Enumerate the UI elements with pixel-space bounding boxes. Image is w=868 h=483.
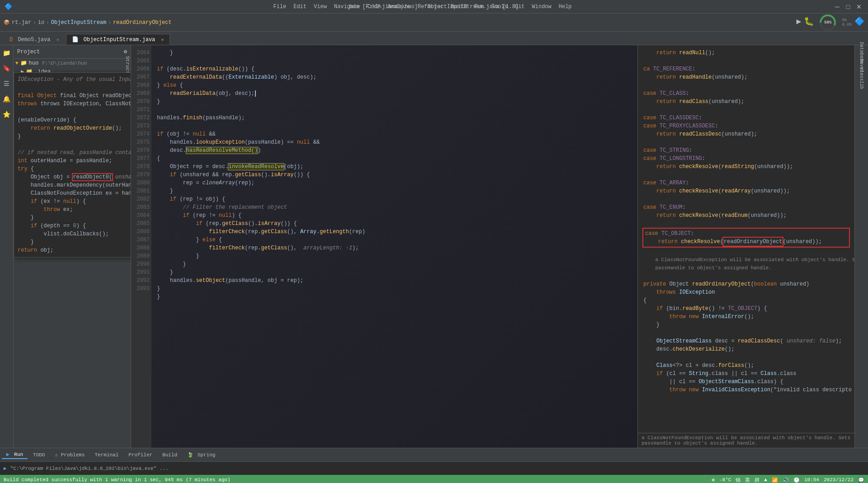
expand-icon[interactable]: ▲ <box>764 477 767 483</box>
r-line-blank8 <box>643 248 849 256</box>
editor-content[interactable]: 2064 2065 2066 2067 2068 2069 2070 2071 … <box>131 45 637 448</box>
menu-help[interactable]: Help <box>556 3 575 11</box>
intellij-icon[interactable]: 🔷 <box>854 16 864 29</box>
spring-icon: 🍃 <box>187 452 193 458</box>
code-line-18: } <box>157 187 632 195</box>
profiler-tab-label: Profiler <box>128 452 152 458</box>
huo-label: huo <box>29 60 39 66</box>
time: 10:54 <box>804 477 819 483</box>
right-code-area[interactable]: return readNull(); ca TC_REFERENCE: retu… <box>638 45 854 448</box>
r-line-comment2: passHandle to object's assigned handle. <box>643 264 849 272</box>
code-line-27: } <box>157 260 632 268</box>
line-num-2082: 2082 <box>133 195 150 203</box>
popup-line-vlist: vlist.doCallbacks(); <box>18 230 131 238</box>
clock-icon: 🕐 <box>793 477 800 483</box>
toolbar-java[interactable]: io <box>38 19 44 26</box>
toolbar-jar[interactable]: rt.jar <box>12 19 31 26</box>
tab-demo5[interactable]: D Demo5.java ✕ <box>4 34 65 45</box>
lang-pinyin[interactable]: 拼 <box>755 477 760 483</box>
r-line-checkdeser: desc.checkDeserialize(); <box>643 345 849 353</box>
r-line-openbrace: { <box>643 296 849 305</box>
run-tab-label: Run <box>14 452 23 457</box>
main-content: 📁 🔖 ☰ 🔔 ⭐ IOException - Any of the usual… <box>0 45 868 448</box>
profiler-tab[interactable]: Profiler <box>124 451 157 459</box>
code-popup: IOException - Any of the usual Input/Out… <box>14 72 131 258</box>
structure-left-icon[interactable]: ☰ <box>1 78 13 89</box>
terminal-tab[interactable]: Terminal <box>90 451 123 459</box>
todo-tab[interactable]: TODO <box>28 451 49 459</box>
code-line-30: } <box>157 285 632 293</box>
r-line-tc-object: case TC_OBJECT: <box>645 230 847 238</box>
menu-window[interactable]: Window <box>529 3 554 11</box>
menu-edit[interactable]: Edit <box>291 3 309 11</box>
r-line-tc-proxyclassdesc: case TC_PROXYCLASSDESC: <box>643 122 849 130</box>
tab-objectinputstream[interactable]: 📄 ObjectInputStream.java ✕ <box>66 34 170 45</box>
r-line-blank5 <box>643 171 849 179</box>
window-controls[interactable]: ─ □ ✕ <box>833 2 863 11</box>
spring-tab[interactable]: 🍃 Spring <box>183 451 220 459</box>
minimize-button[interactable]: ─ <box>833 2 842 11</box>
jar-icon: 📦 <box>4 19 10 25</box>
info-text: a ClassNotFoundException will be associa… <box>642 435 850 446</box>
line-num-2076: 2076 <box>133 146 150 155</box>
close-demo5-tab[interactable]: ✕ <box>57 38 59 42</box>
bookmark-icon[interactable]: 🔖 <box>1 62 13 74</box>
database-side-icon[interactable]: Database <box>856 47 868 59</box>
lang-en[interactable]: 英 <box>745 477 750 483</box>
r-line-comment1: a ClassNotFoundException will be associa… <box>643 256 849 264</box>
classlib-side-icon[interactable]: classlib <box>856 72 868 84</box>
r-line-readordinary: return checkResolve(readOrdinaryObject(u… <box>645 238 847 246</box>
code-line-22: if (rep.getClass().isArray()) { <box>157 220 632 228</box>
r-line-closebrace1: } <box>643 321 849 329</box>
favorites-icon[interactable]: ⭐ <box>1 108 13 120</box>
tree-item-huo[interactable]: ▼ 📁 huo F:\D\jianda\huo <box>14 59 131 67</box>
line-num-2079: 2079 <box>133 171 150 179</box>
maximize-button[interactable]: □ <box>844 2 853 11</box>
center-editor[interactable]: 2064 2065 2066 2067 2068 2069 2070 2071 … <box>131 45 637 448</box>
menu-view[interactable]: View <box>311 3 330 11</box>
toolbar-method[interactable]: readOrdinaryObject <box>113 19 172 26</box>
sidebar-header: Project ⚙ <box>14 45 131 59</box>
build-tab[interactable]: Build <box>158 451 182 459</box>
line-num-2093: 2093 <box>133 285 150 293</box>
menu-file[interactable]: File <box>270 3 289 11</box>
popup-line-enable: (enableOverride) { <box>18 116 131 124</box>
problems-tab[interactable]: ⚠ Problems <box>50 451 89 459</box>
status-right: ❄ -8°C 锦 英 拼 ▲ 📶 🔊 🕐 10:54 2023/12/22 💬 <box>712 477 864 483</box>
code-line-31: } <box>157 293 632 301</box>
code-line-17: rep = cloneArray(rep); <box>157 179 632 187</box>
toolbar-class[interactable]: ObjectInputStream <box>51 19 106 26</box>
r-line-class: Class<?> cl = desc.forClass(); <box>643 361 849 370</box>
line-num-2085: 2085 <box>133 220 150 228</box>
line-num-2077: 2077 <box>133 155 150 163</box>
code-line-20: // Filter the replacement object <box>157 203 632 211</box>
r-line-tc-longstring: case TC_LONGSTRING: <box>643 155 849 163</box>
code-popup-content: IOException - Any of the usual Input/Out… <box>14 73 131 257</box>
run-tab[interactable]: ▶ Run <box>2 450 28 459</box>
popup-line-comment2: // if nested read, passHandle contains h… <box>18 149 131 157</box>
run-panel: ▶ "C:\Program Files\Java\jdk1.8.0_202\bi… <box>0 461 868 475</box>
bottom-tabs-bar: ▶ Run TODO ⚠ Problems Terminal Profiler … <box>0 448 868 461</box>
cpu-percentage: 56% <box>824 20 831 25</box>
project-icon[interactable]: 📁 <box>1 47 13 59</box>
classlib-label: classlib <box>859 67 864 89</box>
run-play-button[interactable]: ▶ <box>4 465 7 471</box>
popup-line-mark: handles.markDependency(outerHandle, pass… <box>18 181 131 189</box>
right-panel: return readNull(); ca TC_REFERENCE: retu… <box>637 45 854 448</box>
cpu-monitor[interactable]: 56% <box>816 16 839 29</box>
line-num-2075: 2075 <box>133 138 150 146</box>
code-line-3: if (desc.isExternalizable()) { <box>157 65 632 73</box>
close-button[interactable]: ✕ <box>854 2 863 11</box>
r-line-readenum: return checkResolve(readEnum(unshared)); <box>643 211 849 220</box>
editor-tabs: D Demo5.java ✕ 📄 ObjectInputStream.java … <box>0 32 868 45</box>
r-line-blank9 <box>643 272 849 280</box>
run-button[interactable]: ▶ <box>797 16 802 29</box>
demo5-tab-icon: D <box>9 37 13 43</box>
code-body[interactable]: } if (desc.isExternalizable()) { readExt… <box>151 45 637 448</box>
notification-icon[interactable]: 🔔 <box>1 93 13 105</box>
r-line-throw-internal: throw new InternalError(); <box>643 313 849 321</box>
close-ois-tab[interactable]: ✕ <box>161 38 164 42</box>
debug-button[interactable]: 🐛 <box>804 16 814 29</box>
code-line-26: } <box>157 252 632 260</box>
line-num-2073: 2073 <box>133 122 150 130</box>
